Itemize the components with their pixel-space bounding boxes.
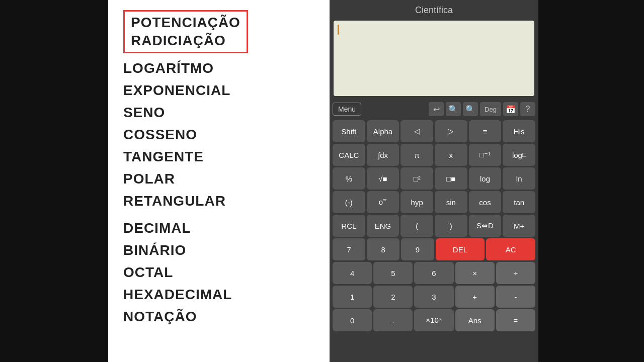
menu-item-octal[interactable]: OCTAL	[123, 261, 314, 284]
menu-item-logaritmo[interactable]: LOGARÍTMO	[123, 57, 314, 79]
cos-button[interactable]: cos	[469, 191, 502, 213]
shift-button[interactable]: Shift	[333, 120, 365, 142]
minus-button[interactable]: -	[496, 286, 535, 308]
plus-button[interactable]: +	[455, 286, 495, 308]
btn-row-6: 7 8 9 DEL AC	[333, 238, 535, 260]
btn-6[interactable]: 6	[414, 262, 453, 284]
calc-display[interactable]	[334, 21, 534, 96]
menu-item-notacao[interactable]: NOTAÇÃO	[123, 306, 314, 328]
equals-button[interactable]: =	[496, 309, 535, 331]
btn-1[interactable]: 1	[333, 286, 372, 308]
inverse-button[interactable]: □⁻¹	[469, 144, 502, 166]
btn-0[interactable]: 0	[333, 309, 372, 331]
menu-item-potenciacao[interactable]: POTENCIAÇÃO	[131, 14, 240, 32]
open-paren-button[interactable]: (	[400, 215, 433, 237]
highlight-box: POTENCIAÇÃO RADICIAÇÃO	[123, 10, 248, 53]
menu-item-polar[interactable]: POLAR	[123, 168, 314, 190]
negate-button[interactable]: (-)	[333, 191, 365, 213]
hyp-button[interactable]: hyp	[400, 191, 433, 213]
btn-row-1: Shift Alpha ◁ ▷ ≡ His	[333, 120, 535, 142]
alpha-button[interactable]: Alpha	[367, 120, 399, 142]
menu-button[interactable]: Menu	[333, 103, 361, 116]
btn-row-8: 1 2 3 + -	[333, 286, 535, 308]
left-black-panel	[0, 0, 108, 362]
del-button[interactable]: DEL	[436, 238, 485, 260]
divide-button[interactable]: ÷	[496, 262, 535, 284]
btn-3[interactable]: 3	[414, 286, 453, 308]
btn-row-2: CALC ∫dx π x □⁻¹ log□	[333, 144, 535, 166]
zoom-out-icon[interactable]: 🔍	[446, 102, 461, 116]
calc-toolbar: Menu ↩ 🔍 🔍 Deg 📅 ?	[330, 100, 538, 118]
btn-row-5: RCL ENG ( ) S⇔D M+	[333, 215, 535, 237]
calc-buttons: Shift Alpha ◁ ▷ ≡ His CALC ∫dx π x □⁻¹ l…	[330, 118, 538, 333]
square-button[interactable]: □²	[400, 167, 433, 190]
tan-button[interactable]: tan	[503, 191, 535, 213]
btn-row-3: % √■ □² □■ log ln	[333, 167, 535, 190]
deg-button[interactable]: Deg	[480, 102, 501, 116]
menu-item-decimal[interactable]: DECIMAL	[123, 217, 314, 239]
menu-item-retangular[interactable]: RETANGULAR	[123, 190, 314, 212]
sqrt-button[interactable]: √■	[367, 167, 399, 190]
right-black-panel	[538, 0, 644, 362]
center-panel: POTENCIAÇÃO RADICIAÇÃO LOGARÍTMO EXPONEN…	[108, 0, 330, 362]
menu-item-tangente[interactable]: TANGENTE	[123, 146, 314, 168]
btn-row-4: (-) o‴ hyp sin cos tan	[333, 191, 535, 213]
power-button[interactable]: □■	[435, 167, 467, 190]
log-button[interactable]: log	[469, 167, 502, 190]
menu-list: POTENCIAÇÃO RADICIAÇÃO LOGARÍTMO EXPONEN…	[123, 10, 314, 328]
his-button[interactable]: His	[503, 120, 535, 142]
undo-icon[interactable]: ↩	[429, 102, 444, 116]
calc-title: Científica	[330, 0, 538, 19]
btn-9[interactable]: 9	[401, 238, 434, 260]
list-button[interactable]: ≡	[469, 120, 502, 142]
help-icon[interactable]: ?	[520, 102, 535, 116]
integral-button[interactable]: ∫dx	[367, 144, 399, 166]
btn-row-9: 0 . ×10ˣ Ans =	[333, 309, 535, 331]
sd-button[interactable]: S⇔D	[469, 215, 502, 237]
calc-cursor	[338, 25, 339, 35]
menu-item-exponencial[interactable]: EXPONENCIAL	[123, 79, 314, 102]
x-button[interactable]: x	[435, 144, 467, 166]
btn-4[interactable]: 4	[333, 262, 372, 284]
ans-button[interactable]: Ans	[455, 309, 495, 331]
calendar-icon[interactable]: 📅	[503, 102, 518, 116]
log-box-button[interactable]: log□	[503, 144, 535, 166]
eng-button[interactable]: ENG	[367, 215, 399, 237]
close-paren-button[interactable]: )	[435, 215, 467, 237]
right-arrow-button[interactable]: ▷	[435, 120, 467, 142]
ln-button[interactable]: ln	[503, 167, 535, 190]
degree-button[interactable]: o‴	[367, 191, 399, 213]
menu-item-binario[interactable]: BINÁRIO	[123, 239, 314, 261]
decimal-button[interactable]: .	[373, 309, 413, 331]
left-arrow-button[interactable]: ◁	[400, 120, 433, 142]
menu-item-hexadecimal[interactable]: HEXADECIMAL	[123, 284, 314, 306]
menu-item-cosseno[interactable]: COSSENO	[123, 124, 314, 146]
btn-7[interactable]: 7	[333, 238, 365, 260]
menu-item-seno[interactable]: SENO	[123, 102, 314, 124]
rcl-button[interactable]: RCL	[333, 215, 365, 237]
btn-8[interactable]: 8	[367, 238, 399, 260]
calculator-panel: Científica Menu ↩ 🔍 🔍 Deg 📅 ? Shift Alph…	[330, 0, 538, 362]
menu-item-radiciacao[interactable]: RADICIAÇÃO	[131, 32, 240, 50]
btn-2[interactable]: 2	[373, 286, 413, 308]
exp-button[interactable]: ×10ˣ	[414, 309, 453, 331]
sin-button[interactable]: sin	[435, 191, 467, 213]
multiply-button[interactable]: ×	[455, 262, 495, 284]
pi-button[interactable]: π	[400, 144, 433, 166]
btn-row-7: 4 5 6 × ÷	[333, 262, 535, 284]
zoom-in-icon[interactable]: 🔍	[463, 102, 478, 116]
calc-button[interactable]: CALC	[333, 144, 365, 166]
percent-button[interactable]: %	[333, 167, 365, 190]
btn-5[interactable]: 5	[373, 262, 413, 284]
mplus-button[interactable]: M+	[503, 215, 535, 237]
ac-button[interactable]: AC	[486, 238, 535, 260]
